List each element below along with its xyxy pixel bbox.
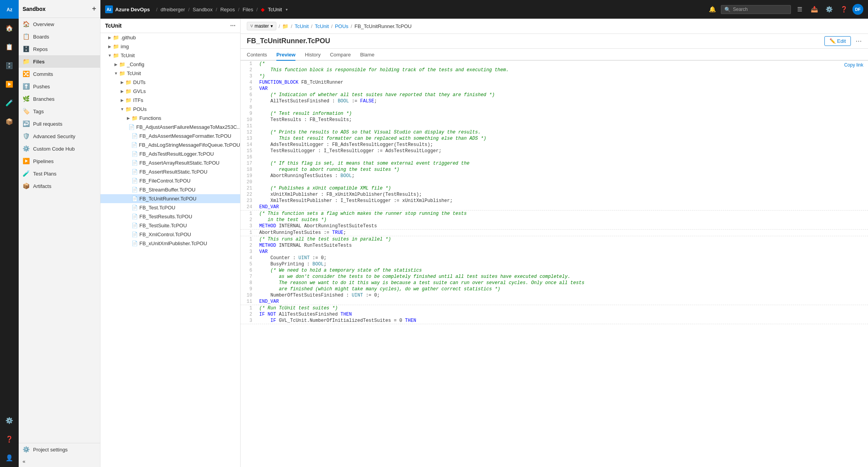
svg-text:Az: Az [7, 7, 12, 12]
tree-label-fb-test: FB_Test.TcPOU [139, 205, 175, 211]
tree-item-itfs[interactable]: ▶ 📁 ITFs [100, 96, 240, 105]
editor-breadcrumb-tcunit1[interactable]: TcUnit [295, 23, 309, 29]
sidebar-item-files[interactable]: 📁 Files [19, 55, 100, 68]
sidebar-item-pipelines[interactable]: ▶️ Pipelines [19, 155, 100, 167]
pipelines-icon: ▶️ [23, 158, 30, 165]
tree-item-img[interactable]: ▶ 📁 img [100, 42, 240, 51]
tree-item-fb-adjust[interactable]: ▶ 📄 FB_AdjustAssertFailureMessageToMax25… [100, 123, 240, 132]
editor-folder-icon-0: 📁 [282, 23, 288, 29]
sidebar-item-pullrequests[interactable]: ↩️ Pull requests [19, 118, 100, 130]
tree-item-config[interactable]: ▶ 📁 _Config [100, 60, 240, 69]
tab-history[interactable]: History [305, 49, 320, 61]
sidebar-item-testplans[interactable]: 🧪 Test Plans [19, 167, 100, 180]
sidebar-item-custom-code-hub[interactable]: ⚙️ Custom Code Hub [19, 142, 100, 155]
sidebar-label-testplans: Test Plans [33, 171, 56, 177]
download-icon[interactable]: 📥 [808, 3, 821, 16]
file-menu-icon[interactable]: ⋯ [856, 37, 862, 45]
sidebar-item-commits[interactable]: 🔀 Commits [19, 68, 100, 80]
tree-item-fb-streambuffer[interactable]: ▶ 📄 FB_StreamBuffer.TcPOU [100, 185, 240, 194]
user-avatar[interactable]: DF [852, 4, 863, 15]
search-box[interactable]: 🔍 Search [721, 5, 791, 14]
rail-boards[interactable]: 📋 [0, 37, 19, 56]
tree-item-fb-ads-result[interactable]: ▶ 📄 FB_AdsTestResultLogger.TcPOU [100, 149, 240, 158]
editor-sep-2: / [311, 23, 313, 29]
breadcrumb-sandbox[interactable]: Sandbox [193, 7, 213, 12]
tree-item-pous[interactable]: ▼ 📁 POUs [100, 105, 240, 114]
tree-item-fb-ads-msg[interactable]: ▶ 📄 FB_AdsAssertMessageFormatter.TcPOU [100, 132, 240, 140]
tree-item-fb-testsuite[interactable]: ▶ 📄 FB_TestSuite.TcPOU [100, 221, 240, 230]
tree-item-fb-xunit[interactable]: ▶ 📄 FB_xUnitXmlPublisher.TcPOU [100, 239, 240, 248]
sidebar-item-branches[interactable]: 🌿 Branches [19, 93, 100, 105]
tab-preview[interactable]: Preview [276, 49, 295, 61]
chevron-functions: ▶ [125, 116, 132, 120]
branch-icon: ⑂ [250, 23, 253, 29]
editor-breadcrumb-tcunit2[interactable]: TcUnit [315, 23, 329, 29]
rail-repos[interactable]: 🗄️ [0, 56, 19, 75]
sidebar-item-project-settings[interactable]: ⚙️ Project settings [19, 443, 100, 456]
list-icon[interactable]: ☰ [793, 3, 806, 16]
help-icon[interactable]: ❓ [838, 3, 850, 16]
rail-artifacts[interactable]: 📦 [0, 112, 19, 131]
commits-icon: 🔀 [23, 70, 30, 77]
sidebar-item-boards[interactable]: 📋 Boards [19, 30, 100, 43]
edit-button[interactable]: ✏️ Edit [824, 36, 851, 46]
copy-link-1[interactable]: Copy link [844, 62, 863, 68]
tree-item-fb-test[interactable]: ▶ 📄 FB_Test.TcPOU [100, 203, 240, 212]
sidebar-label-artifacts: Artifacts [33, 183, 51, 189]
tab-blame[interactable]: Blame [360, 49, 374, 61]
tab-contents[interactable]: Contents [247, 49, 267, 61]
tree-item-fb-assert-array[interactable]: ▶ 📄 FB_AssertArrayResultStatic.TcPOU [100, 158, 240, 167]
rail-help[interactable]: ❓ [0, 430, 19, 448]
topbar-app-name: Azure DevOps [115, 7, 150, 12]
tree-item-fb-tcunitrunner[interactable]: ▶ 📄 FB_TcUnitRunner.TcPOU [100, 194, 240, 203]
rail-pipelines[interactable]: ▶️ [0, 75, 19, 93]
breadcrumb-repos[interactable]: Repos [220, 7, 235, 12]
rail-settings[interactable]: ⚙️ [0, 411, 19, 430]
code-area[interactable]: Copy link 1(* 2 This function block is r… [241, 61, 868, 467]
breadcrumb-sep-5: / [257, 7, 258, 12]
custom-code-icon: ⚙️ [23, 145, 30, 152]
filetree: TcUnit ⋯ ▶ 📁 .github ▶ 📁 img ▼ 📁 TcUnit … [100, 19, 241, 467]
tree-item-duts[interactable]: ▶ 📁 DUTs [100, 78, 240, 87]
filetree-menu-icon[interactable]: ⋯ [230, 23, 235, 29]
tree-item-tcunit-root[interactable]: ▼ 📁 TcUnit [100, 51, 240, 60]
sidebar-item-overview[interactable]: 🏠 Overview [19, 18, 100, 30]
rail-testplans[interactable]: 🧪 [0, 93, 19, 112]
tree-item-fb-xmlcontrol[interactable]: ▶ 📄 FB_XmlControl.TcPOU [100, 230, 240, 239]
tab-compare[interactable]: Compare [330, 49, 351, 61]
sidebar-collapse-button[interactable]: « [19, 456, 100, 467]
file-icon-fb-xunit: 📄 [132, 241, 138, 246]
sidebar-item-repos[interactable]: 🗄️ Repos [19, 43, 100, 55]
tree-item-tcunit-sub[interactable]: ▼ 📁 TcUnit [100, 69, 240, 78]
breadcrumb-user[interactable]: dfreiberger [161, 7, 185, 12]
sidebar-item-pushes[interactable]: ⬆️ Pushes [19, 80, 100, 93]
breadcrumb-tcunit[interactable]: TcUnit [268, 7, 282, 12]
rail-user[interactable]: 👤 [0, 448, 19, 467]
tree-item-gvls[interactable]: ▶ 📁 GVLs [100, 87, 240, 96]
add-project-button[interactable]: + [92, 5, 96, 13]
branch-selector[interactable]: ⑂ master ▾ [247, 22, 276, 30]
tree-item-github[interactable]: ▶ 📁 .github [100, 33, 240, 42]
branch-chevron: ▾ [271, 23, 273, 29]
breadcrumb-files[interactable]: Files [242, 7, 253, 12]
topbar: Az Azure DevOps / dfreiberger / Sandbox … [100, 0, 868, 19]
tree-label-fb-adjust: FB_AdjustAssertFailureMessageToMax253C..… [136, 124, 241, 130]
editor-breadcrumb-pous[interactable]: POUs [335, 23, 348, 29]
tree-item-fb-ads-log[interactable]: ▶ 📄 FB_AdsLogStringMessageFifoQueue.TcPO… [100, 140, 240, 149]
tree-item-fb-filecontrol[interactable]: ▶ 📄 FB_FileControl.TcPOU [100, 176, 240, 185]
boards-icon: 📋 [23, 33, 30, 40]
app-logo[interactable]: Az [0, 0, 19, 19]
sidebar-item-advanced-security[interactable]: 🛡️ Advanced Security [19, 130, 100, 142]
rail-overview[interactable]: 🏠 [0, 19, 19, 37]
sidebar-header: Sandbox + [19, 0, 100, 18]
sidebar-label-pipelines: Pipelines [33, 158, 54, 164]
sidebar-item-artifacts[interactable]: 📦 Artifacts [19, 180, 100, 192]
sidebar-item-tags[interactable]: 🏷️ Tags [19, 105, 100, 118]
settings-icon[interactable]: ⚙️ [823, 3, 835, 16]
notifications-icon[interactable]: 🔔 [706, 3, 719, 16]
folder-icon-tcunit-sub: 📁 [119, 70, 125, 76]
tree-item-fb-assert-result[interactable]: ▶ 📄 FB_AssertResultStatic.TcPOU [100, 167, 240, 176]
file-icon-fb-tcunitrunner: 📄 [132, 196, 138, 202]
tree-item-fb-testresults[interactable]: ▶ 📄 FB_TestResults.TcPOU [100, 212, 240, 221]
tree-item-functions[interactable]: ▶ 📁 Functions [100, 114, 240, 123]
